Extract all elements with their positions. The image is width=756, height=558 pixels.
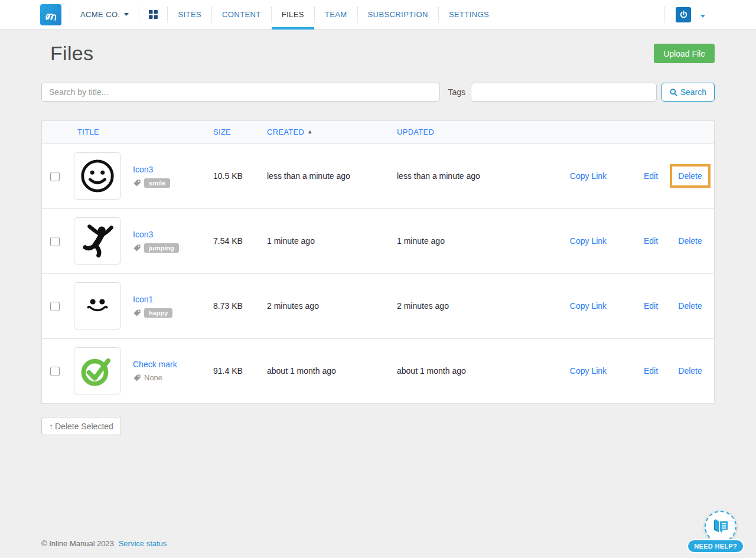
account-menu[interactable]: ACME CO.	[70, 0, 139, 29]
tag-badge: smile	[144, 178, 170, 188]
file-title-link[interactable]: Icon1	[133, 295, 153, 304]
tab-sites[interactable]: SITES	[168, 0, 211, 29]
edit-button[interactable]: Edit	[644, 366, 658, 376]
delete-button[interactable]: Delete	[678, 366, 702, 376]
file-updated: 2 minutes ago	[393, 273, 541, 338]
file-size: 10.5 KB	[207, 143, 263, 208]
row-checkbox[interactable]	[50, 172, 60, 181]
search-input[interactable]	[41, 83, 440, 102]
tag-icon	[133, 309, 141, 317]
row-checkbox[interactable]	[50, 237, 60, 246]
file-created: about 1 month ago	[263, 338, 393, 403]
jumping-person-icon	[80, 224, 115, 258]
tag-badge: jumping	[144, 243, 179, 253]
tag-icon	[133, 244, 141, 252]
inline-manual-logo[interactable]	[40, 4, 61, 25]
column-header-size[interactable]: SIZE	[207, 121, 263, 143]
tag-icon	[133, 179, 141, 187]
need-help-widget[interactable]: NEED HELP?	[695, 506, 744, 553]
tag-icon	[133, 374, 141, 382]
delete-selected-label: Delete Selected	[55, 422, 113, 431]
nav-separator	[664, 7, 665, 22]
edit-button[interactable]: Edit	[644, 301, 658, 311]
delete-button[interactable]: Delete	[678, 171, 702, 181]
file-created: 1 minute ago	[263, 208, 393, 273]
table-row: Icon3 jumping 7.54 KB 1 minute ago 1 min…	[42, 208, 714, 273]
delete-button[interactable]: Delete	[678, 301, 702, 311]
delete-selected-button[interactable]: ↑ Delete Selected	[41, 417, 121, 435]
file-thumbnail	[74, 282, 121, 329]
copy-link-button[interactable]: Copy Link	[570, 366, 607, 376]
tab-team[interactable]: TEAM	[315, 0, 357, 29]
column-header-title[interactable]: TITLE	[68, 121, 207, 143]
tab-subscription[interactable]: SUBSCRIPTION	[358, 0, 438, 29]
table-header-row: TITLE SIZE CREATED▲ UPDATED	[42, 121, 714, 143]
search-button[interactable]: Search	[662, 83, 715, 102]
table-row: Icon1 happy 8.73 KB 2 minutes ago 2 minu…	[42, 273, 714, 338]
need-help-label: NEED HELP?	[687, 539, 744, 553]
tab-files[interactable]: FILES	[272, 0, 314, 29]
files-table: TITLE SIZE CREATED▲ UPDATED	[41, 120, 715, 404]
happy-face-icon	[81, 289, 114, 322]
power-icon	[679, 10, 688, 19]
up-arrow-icon: ↑	[49, 422, 53, 431]
tag-none-label: None	[144, 373, 162, 382]
column-header-updated[interactable]: UPDATED	[393, 121, 541, 143]
file-size: 8.73 KB	[207, 273, 263, 338]
table-row: Icon3 smile 10.5 KB less than a minute a…	[42, 143, 714, 208]
sort-ascending-icon: ▲	[307, 129, 312, 135]
row-checkbox[interactable]	[50, 367, 60, 376]
copy-link-button[interactable]: Copy Link	[570, 171, 607, 181]
annotation-highlight-box: Delete	[670, 164, 710, 188]
file-title-link[interactable]: Icon3	[133, 230, 153, 239]
apps-grid-button[interactable]	[139, 0, 167, 29]
logout-button[interactable]	[676, 7, 691, 22]
tab-settings[interactable]: SETTINGS	[439, 0, 499, 29]
tag-badge: happy	[144, 308, 172, 318]
file-created: less than a minute ago	[263, 143, 393, 208]
edit-button[interactable]: Edit	[644, 236, 658, 246]
edit-button[interactable]: Edit	[644, 171, 658, 181]
chevron-down-icon	[700, 15, 705, 18]
file-thumbnail	[74, 217, 121, 265]
file-title-link[interactable]: Icon3	[133, 165, 153, 174]
search-icon	[670, 89, 677, 96]
file-updated: 1 minute ago	[393, 208, 541, 273]
top-nav: ACME CO. SITES CONTENT FILES TEAM SUBSCR…	[0, 0, 756, 30]
file-size: 7.54 KB	[207, 208, 263, 273]
column-header-created[interactable]: CREATED▲	[263, 121, 393, 143]
footer: © Inline Manual 2023 Service status	[41, 539, 167, 548]
file-size: 91.4 KB	[207, 338, 263, 403]
apps-grid-icon	[149, 10, 158, 19]
copyright-text: © Inline Manual 2023	[41, 539, 114, 548]
table-row: Check mark None 91.4 KB about 1 month ag…	[42, 338, 714, 403]
open-book-icon	[712, 518, 729, 535]
user-menu-caret[interactable]	[697, 6, 709, 24]
chevron-down-icon	[124, 13, 129, 16]
file-updated: about 1 month ago	[393, 338, 541, 403]
file-updated: less than a minute ago	[393, 143, 541, 208]
help-circle	[705, 511, 737, 543]
file-created: 2 minutes ago	[263, 273, 393, 338]
tags-input[interactable]	[471, 83, 657, 102]
file-title-link[interactable]: Check mark	[133, 360, 177, 369]
page-title: Files	[41, 42, 93, 65]
tags-label: Tags	[448, 87, 465, 97]
tab-content[interactable]: CONTENT	[212, 0, 271, 29]
copy-link-button[interactable]: Copy Link	[570, 301, 607, 311]
upload-file-button[interactable]: Upload File	[654, 44, 715, 63]
smiley-face-icon	[79, 158, 116, 194]
logo-squiggle-icon	[43, 7, 58, 22]
check-mark-icon	[80, 354, 115, 388]
account-label: ACME CO.	[80, 10, 120, 19]
delete-button[interactable]: Delete	[678, 236, 702, 246]
search-button-label: Search	[680, 87, 706, 97]
file-thumbnail	[74, 347, 121, 394]
service-status-link[interactable]: Service status	[119, 539, 167, 548]
copy-link-button[interactable]: Copy Link	[570, 236, 607, 246]
row-checkbox[interactable]	[50, 302, 60, 311]
file-thumbnail	[74, 152, 121, 200]
created-header-label: CREATED	[267, 128, 304, 136]
filter-bar: Tags Search	[41, 83, 715, 102]
